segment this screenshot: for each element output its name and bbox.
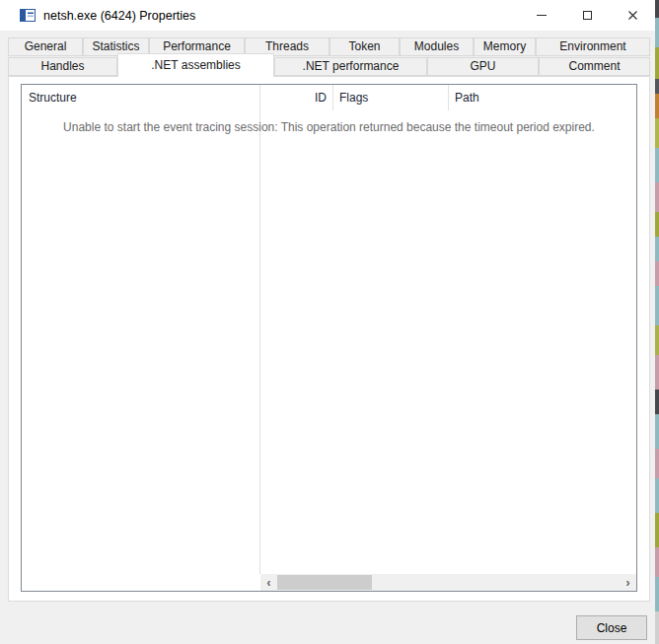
column-header-id[interactable]: ID: [260, 85, 333, 110]
assemblies-list: Structure ID Flags Path Unable to start …: [21, 84, 637, 592]
tab-general[interactable]: General: [8, 37, 83, 56]
column-header-structure[interactable]: Structure: [22, 85, 260, 110]
desktop-background-strip: [655, 0, 659, 644]
maximize-icon: [583, 11, 592, 20]
tab-environment[interactable]: Environment: [536, 37, 650, 56]
list-header: Structure ID Flags Path: [22, 85, 636, 110]
scroll-right-arrow-icon[interactable]: ›: [620, 574, 636, 591]
minimize-icon: [537, 15, 547, 16]
app-icon: [20, 9, 36, 22]
horizontal-scrollbar[interactable]: ‹ ›: [260, 574, 636, 591]
tracing-error-message: Unable to start the event tracing sessio…: [22, 120, 636, 134]
column-header-path[interactable]: Path: [449, 85, 636, 110]
tab-modules[interactable]: Modules: [400, 37, 474, 56]
column-header-flags[interactable]: Flags: [333, 85, 449, 110]
titlebar: netsh.exe (6424) Properties: [0, 0, 655, 31]
minimize-button[interactable]: [519, 0, 564, 31]
window-controls: [519, 0, 655, 31]
close-button[interactable]: Close: [576, 615, 647, 640]
tab-row-1: General Statistics Performance Threads T…: [8, 36, 650, 56]
properties-dialog: netsh.exe (6424) Properties General Stat…: [0, 0, 655, 644]
tab-net-assemblies[interactable]: .NET assemblies: [117, 53, 274, 77]
column-divider: [259, 85, 260, 574]
tab-comment[interactable]: Comment: [539, 57, 650, 76]
net-assemblies-page: Structure ID Flags Path Unable to start …: [8, 76, 650, 602]
window-title: netsh.exe (6424) Properties: [43, 9, 195, 23]
tab-row-2: Handles .NET assemblies .NET performance…: [8, 56, 650, 76]
tab-net-performance[interactable]: .NET performance: [274, 57, 427, 76]
tab-memory[interactable]: Memory: [474, 37, 536, 56]
close-icon: [627, 10, 638, 21]
maximize-button[interactable]: [564, 0, 610, 31]
close-window-button[interactable]: [610, 0, 655, 31]
scrollbar-thumb[interactable]: [277, 575, 372, 590]
tab-gpu[interactable]: GPU: [427, 57, 539, 76]
tab-token[interactable]: Token: [330, 37, 400, 56]
scroll-left-arrow-icon[interactable]: ‹: [260, 574, 277, 591]
tab-handles[interactable]: Handles: [8, 57, 117, 76]
tab-bar: General Statistics Performance Threads T…: [8, 36, 650, 76]
